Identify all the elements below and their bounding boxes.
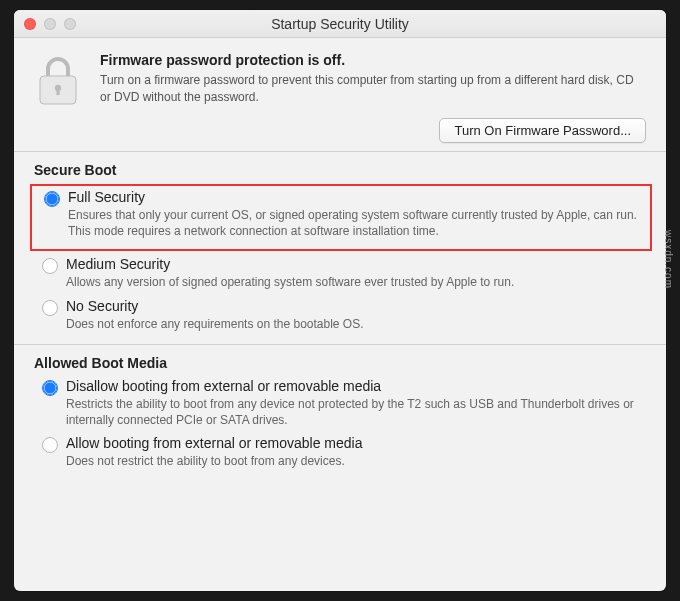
option-title: No Security — [66, 298, 364, 314]
window-controls — [14, 18, 76, 30]
window-content: Firmware password protection is off. Tur… — [14, 38, 666, 485]
firmware-text: Firmware password protection is off. Tur… — [100, 52, 646, 106]
close-icon[interactable] — [24, 18, 36, 30]
svg-rect-2 — [56, 88, 59, 95]
radio-full-security[interactable] — [44, 191, 60, 207]
divider — [14, 344, 666, 345]
boot-media-title: Allowed Boot Media — [34, 355, 646, 371]
option-allow-external[interactable]: Allow booting from external or removable… — [34, 434, 646, 475]
zoom-icon — [64, 18, 76, 30]
option-medium-security[interactable]: Medium Security Allows any version of si… — [34, 255, 646, 296]
option-title: Medium Security — [66, 256, 514, 272]
firmware-section: Firmware password protection is off. Tur… — [34, 52, 646, 106]
option-full-security[interactable]: Full Security Ensures that only your cur… — [36, 188, 644, 245]
option-title: Full Security — [68, 189, 644, 205]
radio-medium-security[interactable] — [42, 258, 58, 274]
radio-disallow-external[interactable] — [42, 380, 58, 396]
option-desc: Allows any version of signed operating s… — [66, 274, 514, 290]
option-desc: Ensures that only your current OS, or si… — [68, 207, 644, 239]
watermark: wsxdn.com — [663, 230, 674, 289]
titlebar: Startup Security Utility — [14, 10, 666, 38]
option-disallow-external[interactable]: Disallow booting from external or remova… — [34, 377, 646, 434]
highlight-full-security: Full Security Ensures that only your cur… — [30, 184, 652, 251]
option-desc: Restricts the ability to boot from any d… — [66, 396, 646, 428]
firmware-description: Turn on a firmware password to prevent t… — [100, 72, 646, 106]
lock-icon — [34, 54, 82, 106]
radio-no-security[interactable] — [42, 300, 58, 316]
option-title: Disallow booting from external or remova… — [66, 378, 646, 394]
secure-boot-title: Secure Boot — [34, 162, 646, 178]
turn-on-firmware-button[interactable]: Turn On Firmware Password... — [439, 118, 646, 143]
minimize-icon — [44, 18, 56, 30]
firmware-heading: Firmware password protection is off. — [100, 52, 646, 68]
option-no-security[interactable]: No Security Does not enforce any require… — [34, 297, 646, 338]
option-desc: Does not restrict the ability to boot fr… — [66, 453, 362, 469]
option-desc: Does not enforce any requirements on the… — [66, 316, 364, 332]
option-title: Allow booting from external or removable… — [66, 435, 362, 451]
divider — [14, 151, 666, 152]
startup-security-window: Startup Security Utility Firmware passwo… — [14, 10, 666, 591]
radio-allow-external[interactable] — [42, 437, 58, 453]
window-title: Startup Security Utility — [14, 16, 666, 32]
